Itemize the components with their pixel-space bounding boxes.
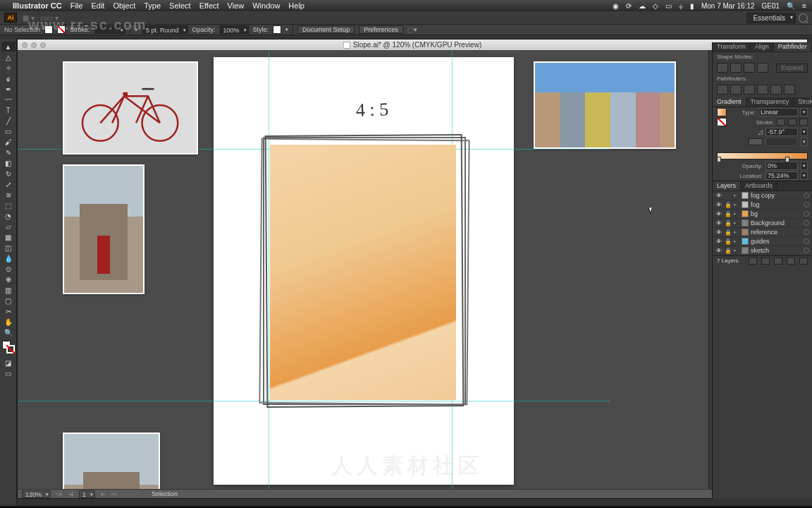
make-clipping-mask-icon[interactable]: [761, 258, 770, 265]
fill-stroke-indicator[interactable]: [2, 341, 15, 353]
twirl-icon[interactable]: ▸: [734, 220, 739, 226]
dropdown-arrow-icon[interactable]: ▾: [801, 171, 808, 180]
screen-mode-icon[interactable]: ▭: [1, 368, 16, 378]
merge-button[interactable]: [744, 85, 755, 95]
artboard-nav-first-icon[interactable]: ⏮: [56, 490, 63, 497]
layer-row[interactable]: 👁🔒▸sketch: [713, 246, 812, 255]
twirl-icon[interactable]: ▸: [734, 248, 739, 253]
unite-button[interactable]: [717, 63, 728, 73]
spotlight-icon[interactable]: 🔍: [787, 2, 795, 10]
visibility-toggle-icon[interactable]: 👁: [715, 201, 722, 208]
dropdown-arrow-icon[interactable]: ▾: [801, 162, 808, 170]
tab-artboards[interactable]: Artboards: [741, 181, 777, 190]
workspace-switcher[interactable]: Essentials: [746, 13, 796, 23]
target-icon[interactable]: [804, 202, 809, 207]
menu-effect[interactable]: Effect: [199, 1, 219, 10]
menu-edit[interactable]: Edit: [91, 1, 104, 10]
visibility-toggle-icon[interactable]: 👁: [715, 238, 722, 245]
hand-tool[interactable]: ✋: [1, 317, 16, 327]
layer-name[interactable]: fog: [751, 201, 801, 208]
mesh-tool[interactable]: ▦: [1, 232, 16, 242]
eyedropper-tool[interactable]: 💧: [1, 253, 16, 263]
artboard-nav-last-icon[interactable]: ⏭: [111, 490, 118, 497]
gradient-type-dropdown[interactable]: Linear: [758, 108, 798, 116]
layer-name[interactable]: Background: [751, 219, 801, 226]
target-icon[interactable]: [804, 211, 809, 217]
status-cloud-icon[interactable]: ☁: [639, 2, 646, 10]
shape-builder-tool[interactable]: ◔: [1, 211, 16, 221]
expand-button[interactable]: Expand: [776, 64, 808, 73]
status-record-icon[interactable]: ◉: [613, 2, 619, 10]
tab-transparency[interactable]: Transparency: [746, 97, 794, 107]
aspect-field[interactable]: [765, 138, 798, 146]
menu-object[interactable]: Object: [113, 1, 135, 10]
color-mode-icon[interactable]: ◪: [1, 358, 16, 368]
twirl-icon[interactable]: ▸: [734, 229, 739, 235]
magic-wand-tool[interactable]: ✧: [1, 63, 16, 73]
type-tool[interactable]: T: [1, 105, 16, 115]
aspect-ratio-icon[interactable]: [749, 138, 763, 145]
menu-window[interactable]: Window: [252, 1, 280, 10]
menu-file[interactable]: File: [70, 1, 83, 10]
stroke-across-icon[interactable]: [799, 119, 808, 126]
lock-toggle-icon[interactable]: 🔒: [725, 248, 732, 254]
gradient-stop[interactable]: [717, 157, 721, 162]
align-to-icon[interactable]: ⬚▾: [407, 26, 417, 33]
lock-toggle-icon[interactable]: 🔒: [725, 202, 732, 208]
minus-back-button[interactable]: [784, 85, 795, 95]
menu-type[interactable]: Type: [144, 1, 161, 10]
window-close-button[interactable]: [22, 42, 27, 48]
twirl-icon[interactable]: ▸: [734, 211, 739, 217]
exclude-button[interactable]: [757, 63, 768, 73]
lock-toggle-icon[interactable]: 🔒: [725, 229, 732, 236]
gradient-angle-field[interactable]: -57.9°: [765, 128, 798, 136]
tab-pathfinder[interactable]: Pathfinder: [774, 42, 812, 52]
tab-layers[interactable]: Layers: [713, 181, 741, 190]
status-battery-icon[interactable]: ▮: [690, 2, 694, 10]
stroke-along-icon[interactable]: [788, 119, 796, 126]
menu-view[interactable]: View: [228, 1, 245, 10]
rectangle-tool[interactable]: ▭: [1, 126, 16, 136]
tab-transform[interactable]: Transform: [713, 42, 751, 52]
blend-tool[interactable]: ⊙: [1, 264, 16, 274]
minus-front-button[interactable]: [730, 63, 742, 73]
status-sync-icon[interactable]: ⟳: [626, 2, 632, 10]
layer-row[interactable]: 👁▸fog copy: [713, 191, 812, 200]
layer-row[interactable]: 👁🔒▸bg: [713, 210, 812, 219]
trim-button[interactable]: [730, 85, 742, 95]
outline-button[interactable]: [770, 85, 782, 95]
twirl-icon[interactable]: ▸: [734, 193, 739, 198]
target-icon[interactable]: [804, 248, 809, 253]
layer-row[interactable]: 👁🔒▸reference: [713, 228, 812, 237]
layer-name[interactable]: sketch: [751, 247, 801, 254]
tab-gradient[interactable]: Gradient: [713, 97, 746, 107]
stroke-within-icon[interactable]: [777, 119, 785, 126]
pen-tool[interactable]: ✒: [1, 84, 16, 94]
visibility-toggle-icon[interactable]: 👁: [715, 247, 722, 254]
lock-toggle-icon[interactable]: 🔒: [725, 211, 732, 217]
lasso-tool[interactable]: ɕ: [1, 73, 16, 83]
layer-name[interactable]: fog copy: [751, 192, 801, 199]
tab-align[interactable]: Align: [751, 42, 774, 52]
zoom-tool[interactable]: 🔍: [1, 327, 16, 337]
preferences-button[interactable]: Preferences: [359, 25, 403, 34]
artboard-nav-next-icon[interactable]: ▶: [101, 490, 106, 497]
window-zoom-button[interactable]: [40, 42, 46, 48]
lock-toggle-icon[interactable]: 🔒: [725, 238, 732, 245]
symbol-sprayer-tool[interactable]: ❋: [1, 274, 16, 284]
layer-row[interactable]: 👁🔒▸Background: [713, 219, 812, 228]
search-icon[interactable]: [799, 13, 808, 23]
notification-icon[interactable]: ≡: [802, 2, 806, 10]
opacity-field[interactable]: 100%: [220, 25, 249, 34]
twirl-icon[interactable]: ▸: [734, 202, 739, 207]
dropdown-arrow-icon[interactable]: ▾: [801, 138, 808, 146]
direct-selection-tool[interactable]: △: [1, 52, 16, 62]
app-name[interactable]: Illustrator CC: [13, 1, 62, 10]
arrange-icon[interactable]: ▭▭ ▾: [40, 14, 59, 22]
target-icon[interactable]: [804, 229, 809, 235]
locate-layer-icon[interactable]: [749, 258, 757, 265]
new-layer-icon[interactable]: [787, 258, 795, 265]
layer-row[interactable]: 👁🔒▸guides: [713, 237, 812, 246]
visibility-toggle-icon[interactable]: 👁: [715, 229, 722, 236]
brush-dropdown[interactable]: 5 pt. Round: [142, 25, 188, 34]
